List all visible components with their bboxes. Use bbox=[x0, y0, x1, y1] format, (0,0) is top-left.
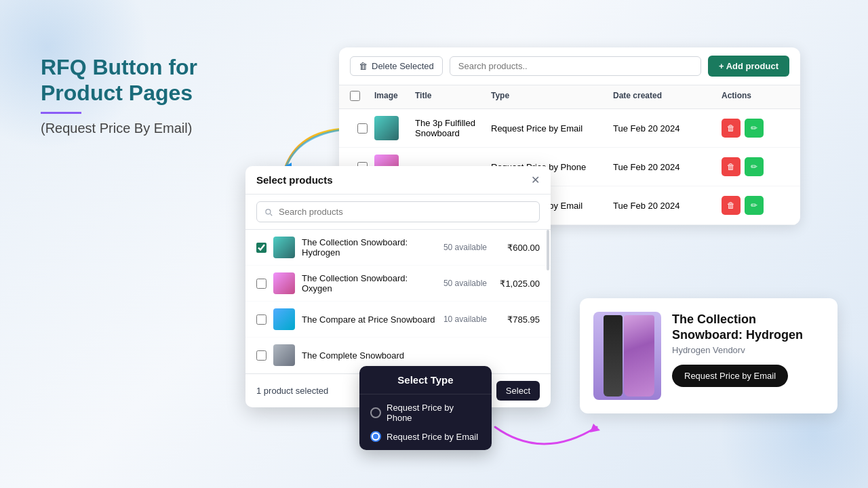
delete-row-3-button[interactable]: 🗑 bbox=[722, 196, 741, 215]
snowboard-black bbox=[604, 315, 623, 396]
hero-subtitle: (Request Price By Email) bbox=[41, 121, 271, 136]
product-thumbnail-1 bbox=[374, 116, 399, 140]
search-products-input[interactable] bbox=[450, 56, 701, 76]
table-row: The 3p Fulfilled Snowboard Request Price… bbox=[339, 109, 800, 148]
table-header: Image Title Type Date created Actions bbox=[339, 85, 800, 109]
row-actions-3: 🗑 ✏ bbox=[722, 196, 789, 215]
scrollbar-thumb bbox=[547, 230, 549, 270]
edit-row-1-button[interactable]: ✏ bbox=[745, 119, 764, 138]
modal-header: Select products ✕ bbox=[245, 166, 551, 195]
product-checkbox-1[interactable] bbox=[256, 243, 267, 253]
list-item: The Collection Snowboard: Hydrogen 50 av… bbox=[245, 230, 551, 266]
select-type-panel: Select Type Request Price by Phone Reque… bbox=[359, 366, 492, 450]
row-checkbox-1[interactable] bbox=[357, 123, 368, 134]
product-date-2: Tue Feb 20 2024 bbox=[613, 162, 722, 172]
product-image-4 bbox=[273, 344, 295, 366]
hero-section: RFQ Button for Product Pages (Request Pr… bbox=[41, 54, 271, 136]
modal-search-input[interactable] bbox=[256, 201, 540, 222]
svg-marker-2 bbox=[590, 424, 600, 432]
product-image-2 bbox=[273, 272, 295, 294]
product-checkbox-3[interactable] bbox=[256, 314, 267, 325]
admin-toolbar: 🗑 Delete Selected + Add product bbox=[339, 47, 800, 85]
product-image-3 bbox=[273, 308, 295, 330]
list-item: The Compare at Price Snowboard 10 availa… bbox=[245, 302, 551, 338]
modal-title: Select products bbox=[256, 174, 333, 186]
product-type-1: Request Price by Email bbox=[491, 123, 613, 134]
rfq-button[interactable]: Request Price by Email bbox=[672, 365, 788, 387]
delete-row-1-button[interactable]: 🗑 bbox=[722, 119, 741, 138]
radio-option-email[interactable]: Request Price by Email bbox=[370, 431, 481, 442]
product-title-1: The 3p Fulfilled Snowboard bbox=[415, 118, 491, 138]
product-card-image bbox=[593, 312, 661, 400]
radio-option-phone[interactable]: Request Price by Phone bbox=[370, 403, 481, 423]
product-card-vendor: Hydrogen Vendorv bbox=[672, 345, 824, 355]
add-product-button[interactable]: + Add product bbox=[708, 56, 789, 77]
product-date-1: Tue Feb 20 2024 bbox=[613, 123, 722, 134]
select-type-header: Select Type bbox=[359, 366, 492, 394]
delete-row-2-button[interactable]: 🗑 bbox=[722, 157, 741, 176]
modal-product-list: The Collection Snowboard: Hydrogen 50 av… bbox=[245, 230, 551, 373]
product-card: The Collection Snowboard: Hydrogen Hydro… bbox=[580, 298, 837, 413]
product-checkbox-2[interactable] bbox=[256, 279, 267, 289]
hero-underline bbox=[41, 112, 81, 114]
edit-row-3-button[interactable]: ✏ bbox=[745, 196, 764, 215]
trash-icon: 🗑 bbox=[359, 61, 368, 71]
row-actions-2: 🗑 ✏ bbox=[722, 157, 789, 176]
header-checkbox bbox=[350, 91, 374, 103]
selected-count: 1 product selected bbox=[256, 386, 328, 396]
list-item: The Collection Snowboard: Oxygen 50 avai… bbox=[245, 266, 551, 302]
delete-selected-button[interactable]: 🗑 Delete Selected bbox=[350, 56, 443, 76]
product-card-title: The Collection Snowboard: Hydrogen bbox=[672, 312, 824, 342]
snowboard-purple bbox=[624, 315, 654, 396]
product-card-info: The Collection Snowboard: Hydrogen Hydro… bbox=[672, 312, 824, 400]
hero-title: RFQ Button for Product Pages bbox=[41, 54, 271, 106]
product-image-1 bbox=[273, 237, 295, 258]
modal-close-button[interactable]: ✕ bbox=[531, 175, 540, 186]
product-checkbox-4[interactable] bbox=[256, 350, 267, 361]
product-date-3: Tue Feb 20 2024 bbox=[613, 201, 722, 211]
row-actions-1: 🗑 ✏ bbox=[722, 119, 789, 138]
modal-search-area bbox=[245, 195, 551, 230]
edit-row-2-button[interactable]: ✏ bbox=[745, 157, 764, 176]
modal-select-button[interactable]: Select bbox=[496, 381, 540, 401]
radio-email-circle bbox=[370, 431, 381, 442]
select-all-checkbox[interactable] bbox=[350, 91, 360, 101]
select-type-options: Request Price by Phone Request Price by … bbox=[359, 394, 492, 450]
radio-phone-circle bbox=[370, 407, 381, 418]
